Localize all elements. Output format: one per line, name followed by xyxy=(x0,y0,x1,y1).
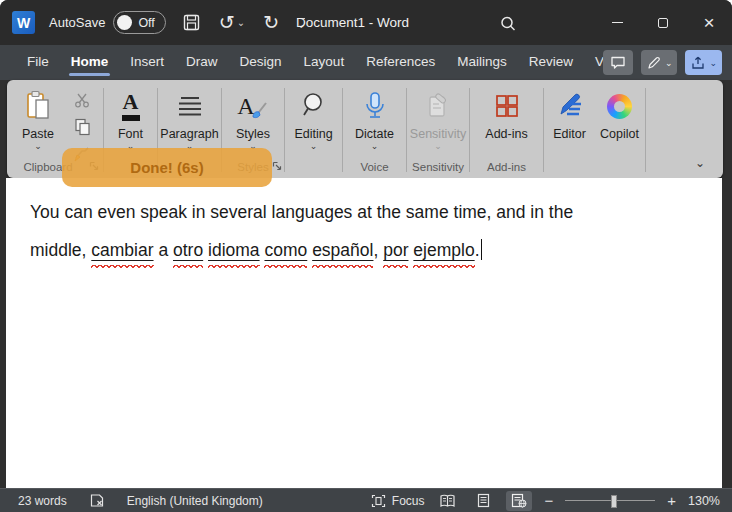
tab-design[interactable]: Design xyxy=(229,46,293,79)
close-icon: × xyxy=(703,12,714,34)
group-separator xyxy=(645,88,646,172)
chevron-down-icon: ⌄ xyxy=(237,18,245,28)
chevron-down-icon: ⌄ xyxy=(34,142,42,151)
tab-layout[interactable]: Layout xyxy=(293,46,356,79)
editor-button[interactable]: Editor xyxy=(545,80,595,178)
chevron-down-icon: ⌄ xyxy=(434,142,442,151)
paragraph-text[interactable]: You can even speak in several languages … xyxy=(6,178,722,269)
addins-grid-icon xyxy=(494,87,520,125)
maximize-button[interactable] xyxy=(640,0,686,45)
save-button[interactable] xyxy=(180,11,203,34)
paste-clipboard-icon xyxy=(24,87,52,125)
menu-tabs: FileHomeInsertDrawDesignLayoutReferences… xyxy=(16,46,685,79)
tab-references[interactable]: References xyxy=(355,46,446,79)
voice-group-label: Voice xyxy=(343,161,406,173)
dictate-microphone-icon xyxy=(363,87,387,125)
text-run: , xyxy=(373,240,383,260)
focus-mode-button[interactable]: Focus xyxy=(371,494,425,508)
title-bar: W AutoSave Off ↺ ⌄ ↻ xyxy=(0,0,732,45)
comment-icon xyxy=(610,55,626,70)
chevron-down-icon: ⌄ xyxy=(695,156,705,170)
misspelled-word: por xyxy=(383,240,408,268)
editing-button[interactable]: Editing ⌄ xyxy=(285,80,342,178)
share-icon xyxy=(690,55,706,70)
search-icon xyxy=(499,15,517,33)
editing-group: Editing ⌄ xyxy=(285,80,342,178)
tab-file[interactable]: File xyxy=(16,46,60,79)
copy-button[interactable] xyxy=(73,116,92,138)
paragraph-label: Paragraph xyxy=(160,127,218,141)
undo-icon: ↺ xyxy=(219,13,235,32)
close-button[interactable]: × xyxy=(686,0,732,45)
sensitivity-group: Sensitivity ⌄ Sensitivity xyxy=(407,80,469,178)
word-count[interactable]: 23 words xyxy=(18,494,67,508)
redo-button[interactable]: ↻ xyxy=(261,11,281,34)
styles-dialog-launcher[interactable] xyxy=(272,159,282,174)
zoom-slider[interactable] xyxy=(565,494,655,508)
draw-pen-button[interactable]: ⌄ xyxy=(641,50,678,75)
editor-pen-icon xyxy=(555,87,585,125)
chevron-down-icon: ⌄ xyxy=(665,58,673,68)
search-button[interactable] xyxy=(497,13,519,35)
autosave-label: AutoSave xyxy=(49,15,105,30)
zoom-level[interactable]: 130% xyxy=(688,494,720,508)
text-run: middle, xyxy=(30,240,91,260)
misspelled-word: cambiar xyxy=(91,240,153,268)
misspelled-word: idioma xyxy=(208,240,260,268)
text-cursor xyxy=(481,239,483,260)
sensitivity-label: Sensitivity xyxy=(410,127,466,141)
dialog-launcher-icon xyxy=(272,161,282,171)
word-window: W AutoSave Off ↺ ⌄ ↻ xyxy=(0,0,732,512)
tab-draw[interactable]: Draw xyxy=(175,46,229,79)
styles-icon: A xyxy=(237,87,268,125)
proofing-errors-button[interactable] xyxy=(89,493,105,508)
web-layout-button[interactable] xyxy=(506,491,532,511)
print-layout-icon xyxy=(477,493,490,508)
tab-insert[interactable]: Insert xyxy=(119,46,175,79)
read-mode-button[interactable] xyxy=(434,491,460,511)
status-bar: 23 words English (United Kingdom) Focus xyxy=(0,488,732,512)
zoom-in-button[interactable]: + xyxy=(665,493,678,508)
text-run: a xyxy=(154,240,173,260)
sensitivity-icon xyxy=(425,87,451,125)
sensitivity-group-label: Sensitivity xyxy=(407,161,469,173)
misspelled-word: ejemplo xyxy=(413,240,474,268)
tab-mailings[interactable]: Mailings xyxy=(446,46,518,79)
minimize-button[interactable] xyxy=(594,0,640,45)
content-area: Paste ⌄ xyxy=(0,80,732,488)
print-layout-button[interactable] xyxy=(470,491,496,511)
zoom-out-button[interactable]: − xyxy=(542,493,555,508)
editing-magnifier-icon xyxy=(301,87,327,125)
autosave-control[interactable]: AutoSave Off xyxy=(49,11,166,34)
font-label: Font xyxy=(118,127,143,141)
share-button[interactable]: ⌄ xyxy=(685,50,722,75)
web-layout-icon xyxy=(511,493,527,508)
word-logo-icon[interactable]: W xyxy=(12,11,35,34)
misspelled-word: español xyxy=(312,240,373,268)
window-title: Document1 - Word xyxy=(296,0,409,45)
cut-button[interactable] xyxy=(72,89,92,111)
zoom-slider-handle[interactable] xyxy=(611,495,617,508)
save-icon xyxy=(182,13,201,32)
tab-review[interactable]: Review xyxy=(518,46,584,79)
minimize-icon xyxy=(612,22,623,24)
paragraph-lines-icon xyxy=(177,87,203,125)
misspelled-word: como xyxy=(264,240,307,268)
addins-label: Add-ins xyxy=(485,127,527,141)
copilot-button[interactable]: Copilot xyxy=(595,80,645,178)
text-run: . xyxy=(475,240,480,260)
focus-icon xyxy=(371,494,386,508)
chevron-down-icon: ⌄ xyxy=(310,142,318,151)
toast-text: Done! (6s) xyxy=(130,159,203,176)
collapse-ribbon-button[interactable]: ⌄ xyxy=(695,156,705,170)
chevron-down-icon: ⌄ xyxy=(371,142,379,151)
autosave-toggle[interactable]: Off xyxy=(113,11,165,34)
paste-label: Paste xyxy=(22,127,54,141)
document-canvas[interactable]: You can even speak in several languages … xyxy=(6,178,722,488)
undo-button[interactable]: ↺ ⌄ xyxy=(217,11,247,34)
dictate-label: Dictate xyxy=(355,127,394,141)
language-selector[interactable]: English (United Kingdom) xyxy=(127,494,263,508)
comments-button[interactable] xyxy=(603,50,633,75)
copy-icon xyxy=(74,118,91,136)
tab-home[interactable]: Home xyxy=(60,46,120,79)
